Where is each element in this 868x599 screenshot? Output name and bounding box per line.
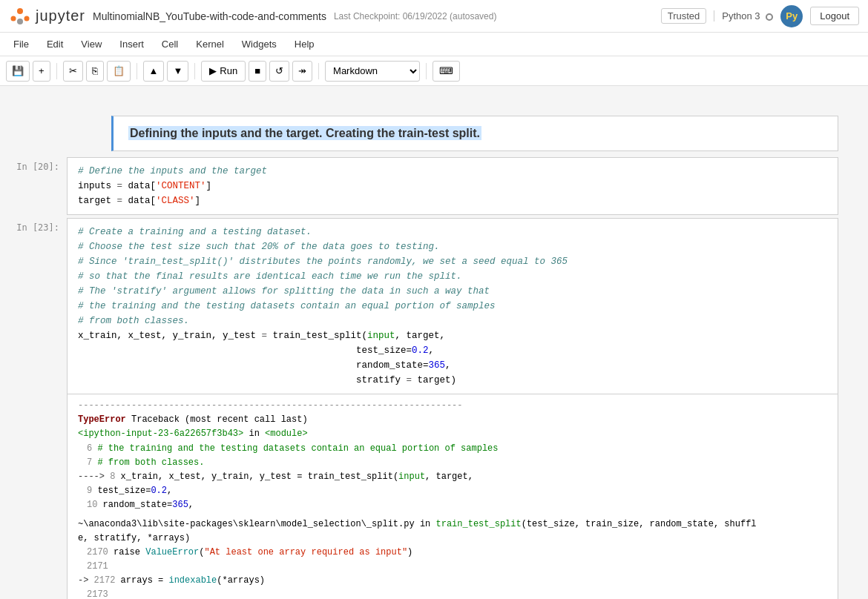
- toolbar-sep-4: [318, 63, 319, 79]
- notebook-content: Defining the inputs and the target. Crea…: [0, 86, 868, 599]
- menu-cell[interactable]: Cell: [154, 36, 185, 52]
- trusted-badge: Trusted: [661, 8, 707, 24]
- code-line-1: # Define the inputs and the target: [78, 164, 827, 179]
- toolbar-sep-2: [137, 63, 137, 79]
- markdown-heading: Defining the inputs and the target. Crea…: [128, 126, 481, 140]
- top-bar-right: Trusted Python 3 Py Logout: [661, 5, 859, 27]
- err-2173: 2173: [78, 588, 827, 599]
- code-comment-1: # Create a training and a testing datase…: [78, 225, 827, 239]
- markdown-cell-wrapper: Defining the inputs and the target. Crea…: [0, 113, 868, 154]
- code-cell-23: In [23]: # Create a training and a testi…: [0, 218, 868, 599]
- toolbar-sep-1: [56, 63, 57, 79]
- code-comment-4: # so that the final results are identica…: [78, 269, 827, 284]
- err-separator: ----------------------------------------…: [78, 399, 827, 413]
- code-line-3: target = data['CLASS']: [78, 193, 827, 208]
- logout-button[interactable]: Logout: [810, 7, 859, 25]
- move-down-button[interactable]: ▼: [167, 61, 188, 82]
- code-input-23[interactable]: # Create a training and a testing datase…: [67, 218, 838, 599]
- menu-file[interactable]: File: [6, 36, 36, 52]
- add-cell-button[interactable]: +: [33, 61, 50, 82]
- err-arrow-2172: -> 2172 arrays = indexable(*arrays): [78, 574, 827, 588]
- menu-edit[interactable]: Edit: [39, 36, 70, 52]
- err-ipython-line: <ipython-input-23-6a22657f3b43> in <modu…: [78, 427, 827, 441]
- code-split-param1: test_size=0.2,: [78, 343, 827, 358]
- markdown-cell[interactable]: Defining the inputs and the target. Crea…: [111, 116, 838, 151]
- svg-point-2: [11, 16, 16, 21]
- scrolled-top-indicator: [0, 93, 868, 110]
- err-2170: 2170 raise ValueError("At least one arra…: [78, 546, 827, 560]
- run-icon: ▶: [209, 65, 217, 76]
- code-input-20[interactable]: # Define the inputs and the target input…: [67, 157, 838, 215]
- code-area-20: # Define the inputs and the target input…: [68, 158, 838, 214]
- code-comment-7: # from both classes.: [78, 314, 827, 328]
- cell-label-23: In [23]:: [0, 218, 67, 233]
- err-context-9: 9 test_size=0.2,: [78, 484, 827, 498]
- code-cell-20: In [20]: # Define the inputs and the tar…: [0, 157, 868, 215]
- code-comment-6: # the training and the testing datasets …: [78, 299, 827, 314]
- code-comment-2: # Choose the test size such that 20% of …: [78, 239, 827, 254]
- python-logo-icon: Py: [780, 5, 803, 27]
- move-up-button[interactable]: ▲: [143, 61, 165, 82]
- err-sklearn-path: ~\anaconda3\lib\site-packages\sklearn\mo…: [78, 517, 827, 532]
- err-arrow-line: ----> 8 x_train, x_test, y_train, y_test…: [78, 470, 827, 484]
- code-split-line: x_train, x_test, y_train, y_test = train…: [78, 328, 827, 343]
- jupyter-logo-icon: [9, 5, 31, 27]
- cut-button[interactable]: ✂: [63, 61, 83, 82]
- copy-button[interactable]: ⎘: [86, 61, 104, 82]
- err-sklearn-path-cont: e, stratify, *arrays): [78, 532, 827, 546]
- menu-kernel[interactable]: Kernel: [188, 36, 231, 52]
- err-context-6: 6 # the training and the testing dataset…: [78, 442, 827, 456]
- error-output-23: ----------------------------------------…: [68, 394, 838, 599]
- save-button[interactable]: 💾: [6, 61, 30, 82]
- svg-point-0: [17, 8, 23, 14]
- interrupt-button[interactable]: ■: [249, 61, 266, 82]
- notebook-title: MultinomialNB_YouTube-with-code-and-comm…: [93, 10, 326, 22]
- jupyter-wordmark: jupyter: [36, 7, 85, 24]
- toolbar-sep-5: [426, 63, 427, 79]
- restart-button[interactable]: ↺: [269, 61, 289, 82]
- code-line-2: inputs = data['CONTENT']: [78, 179, 827, 193]
- code-comment-3: # Since 'train_test_split()' distributes…: [78, 254, 827, 269]
- paste-button[interactable]: 📋: [107, 61, 131, 82]
- code-comment-5: # The 'stratify' argument allows for spl…: [78, 284, 827, 299]
- run-label: Run: [220, 65, 237, 76]
- menu-insert[interactable]: Insert: [112, 36, 151, 52]
- cell-type-select[interactable]: Code Markdown Raw NBConvert Heading: [325, 61, 420, 82]
- menu-bar: File Edit View Insert Cell Kernel Widget…: [0, 33, 868, 56]
- jupyter-logo-area: jupyter: [9, 5, 85, 27]
- err-type-line: TypeError Traceback (most recent call la…: [78, 413, 827, 427]
- err-context-10: 10 random_state=365,: [78, 498, 827, 512]
- keyboard-shortcuts-button[interactable]: ⌨: [433, 61, 460, 82]
- code-split-param3: stratify = target): [78, 373, 827, 388]
- svg-point-1: [17, 19, 23, 24]
- code-area-23: # Create a training and a testing datase…: [68, 219, 838, 394]
- toolbar-sep-3: [194, 63, 195, 79]
- kernel-name: Python 3: [714, 10, 773, 21]
- err-context-7: 7 # from both classes.: [78, 456, 827, 470]
- cell-label-20: In [20]:: [0, 157, 67, 172]
- checkpoint-info: Last Checkpoint: 06/19/2022 (autosaved): [334, 11, 497, 21]
- toolbar: 💾 + ✂ ⎘ 📋 ▲ ▼ ▶ Run ■ ↺ ↠ Code Markdown …: [0, 56, 868, 86]
- top-bar: jupyter MultinomialNB_YouTube-with-code-…: [0, 0, 868, 33]
- code-split-param2: random_state=365,: [78, 358, 827, 373]
- restart-run-button[interactable]: ↠: [292, 61, 312, 82]
- menu-widgets[interactable]: Widgets: [234, 36, 284, 52]
- run-button[interactable]: ▶ Run: [201, 61, 246, 82]
- menu-view[interactable]: View: [73, 36, 109, 52]
- err-2171: 2171: [78, 560, 827, 574]
- menu-help[interactable]: Help: [287, 36, 322, 52]
- svg-point-3: [24, 16, 30, 21]
